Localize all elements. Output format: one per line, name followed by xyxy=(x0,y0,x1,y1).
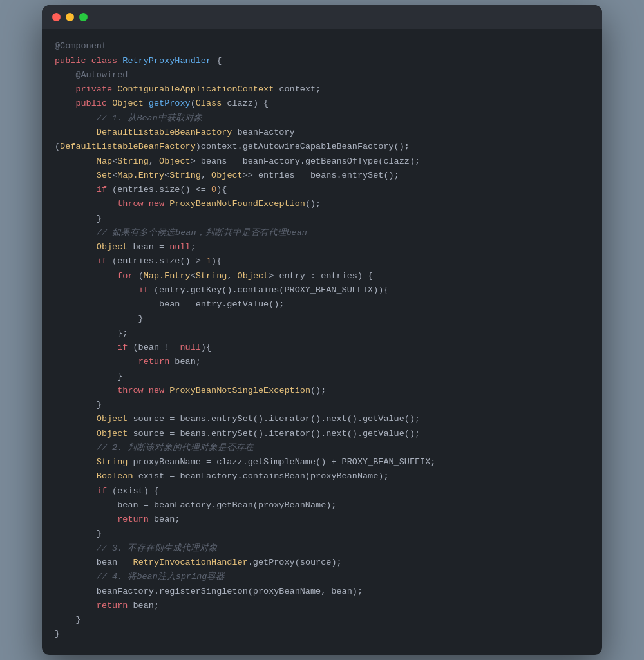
code-line: return bean; xyxy=(55,599,589,613)
code-line: if (exist) { xyxy=(55,484,589,498)
code-line: Map<String, Object> beans = beanFactory.… xyxy=(55,155,589,169)
code-line: Object source = beans.entrySet().iterato… xyxy=(55,427,589,441)
minimize-button[interactable] xyxy=(66,13,74,21)
code-line: private ConfigurableApplicationContext c… xyxy=(55,82,589,97)
code-line: return bean; xyxy=(55,355,589,369)
code-line: throw new ProxyBeanNotFoundException(); xyxy=(55,197,589,211)
code-line: bean = RetryInvocationHandler.getProxy(s… xyxy=(55,556,589,570)
code-line: (DefaultListableBeanFactory)context.getA… xyxy=(55,140,589,154)
code-line: } xyxy=(55,627,589,641)
code-line: // 4. 将bean注入spring容器 xyxy=(55,570,589,584)
code-line: DefaultListableBeanFactory beanFactory = xyxy=(55,126,589,140)
code-line: String proxyBeanName = clazz.getSimpleNa… xyxy=(55,455,589,469)
code-line: public class RetryProxyHandler { xyxy=(55,54,589,68)
code-line: Set<Map.Entry<String, Object>> entries =… xyxy=(55,169,589,183)
code-line: } xyxy=(55,613,589,627)
code-line: beanFactory.registerSingleton(proxyBeanN… xyxy=(55,585,589,599)
code-line: bean = entry.getValue(); xyxy=(55,297,589,312)
code-line: if (bean != null){ xyxy=(55,341,589,355)
code-line: bean = beanFactory.getBean(proxyBeanName… xyxy=(55,498,589,513)
code-line: } xyxy=(55,527,589,541)
code-line: // 3. 不存在则生成代理对象 xyxy=(55,542,589,556)
code-line: // 如果有多个候选bean，判断其中是否有代理bean xyxy=(55,226,589,240)
code-line: // 2. 判断该对象的代理对象是否存在 xyxy=(55,441,589,455)
code-line: Object bean = null; xyxy=(55,240,589,254)
code-line: return bean; xyxy=(55,513,589,527)
code-line: } xyxy=(55,370,589,384)
code-window: @Component public class RetryProxyHandle… xyxy=(42,5,602,654)
maximize-button[interactable] xyxy=(79,13,88,21)
code-line: Object source = beans.entrySet().iterato… xyxy=(55,412,589,426)
code-line: } xyxy=(55,398,589,412)
code-line: } xyxy=(55,312,589,326)
code-line: for (Map.Entry<String, Object> entry : e… xyxy=(55,269,589,283)
code-editor: @Component public class RetryProxyHandle… xyxy=(42,29,602,654)
code-line: // 1. 从Bean中获取对象 xyxy=(55,111,589,126)
close-button[interactable] xyxy=(52,13,61,21)
code-line: @Autowired xyxy=(55,68,589,82)
code-line: Boolean exist = beanFactory.containsBean… xyxy=(55,469,589,484)
code-line: if (entry.getKey().contains(PROXY_BEAN_S… xyxy=(55,283,589,297)
code-line: }; xyxy=(55,326,589,341)
code-line: @Component xyxy=(55,39,589,53)
code-line: if (entries.size() <= 0){ xyxy=(55,183,589,197)
code-line: if (entries.size() > 1){ xyxy=(55,254,589,269)
code-line: throw new ProxyBeanNotSingleException(); xyxy=(55,384,589,398)
code-line: public Object getProxy(Class clazz) { xyxy=(55,97,589,111)
titlebar xyxy=(42,5,602,29)
code-line: } xyxy=(55,212,589,226)
